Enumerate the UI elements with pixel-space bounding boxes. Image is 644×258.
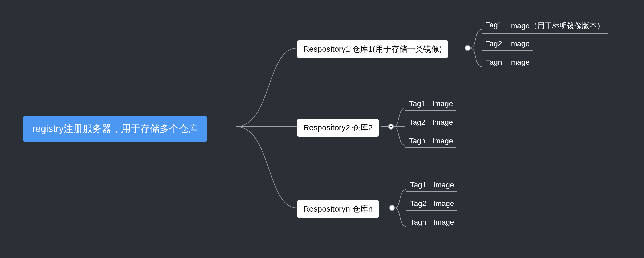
collapse-toggle-repo2[interactable]: – xyxy=(388,124,394,130)
tag-leaf[interactable]: Tag1 Image（用于标明镜像版本） xyxy=(482,21,608,34)
root-node[interactable]: registry注册服务器，用于存储多个仓库 xyxy=(23,116,207,142)
repository-node-2[interactable]: Respository2 仓库2 xyxy=(297,119,379,137)
tag-name: Tag1 xyxy=(410,181,426,189)
tag-image: Image xyxy=(432,137,453,145)
tag-name: Tagn xyxy=(409,137,425,145)
tag-image: Image xyxy=(433,218,454,227)
repository-node-1[interactable]: Respository1 仓库1(用于存储一类镜像) xyxy=(297,40,448,58)
tag-leaf[interactable]: Tag1 Image xyxy=(406,181,457,192)
tag-image: Image xyxy=(433,199,454,208)
repository-label: Respositoryn 仓库n xyxy=(303,204,373,215)
root-label: registry注册服务器，用于存储多个仓库 xyxy=(32,122,198,135)
tag-name: Tag1 xyxy=(486,21,502,31)
mindmap-canvas: registry注册服务器，用于存储多个仓库 Respository1 仓库1(… xyxy=(0,0,644,258)
tag-image: Image xyxy=(433,181,454,189)
collapse-toggle-repo1[interactable]: – xyxy=(465,45,471,51)
tag-leaf[interactable]: Tagn Image xyxy=(482,58,533,69)
tag-name: Tag2 xyxy=(410,199,426,208)
tag-leaf[interactable]: Tag2 Image xyxy=(482,39,533,51)
tag-image: Image xyxy=(509,58,530,67)
tag-leaf[interactable]: Tagn Image xyxy=(405,137,456,148)
tag-image: Image xyxy=(432,118,453,127)
tag-name: Tagn xyxy=(486,58,502,67)
collapse-toggle-repon[interactable]: – xyxy=(389,205,395,211)
tag-name: Tag2 xyxy=(409,118,425,127)
tag-leaf[interactable]: Tagn Image xyxy=(406,218,457,229)
tag-name: Tagn xyxy=(410,218,426,227)
repository-label: Respository1 仓库1(用于存储一类镜像) xyxy=(303,44,442,55)
repository-label: Respository2 仓库2 xyxy=(303,122,373,133)
tag-leaf[interactable]: Tag2 Image xyxy=(406,199,457,211)
tag-image: Image（用于标明镜像版本） xyxy=(509,21,604,31)
tag-name: Tag2 xyxy=(486,39,502,48)
repository-node-n[interactable]: Respositoryn 仓库n xyxy=(297,200,379,218)
tag-leaf[interactable]: Tag2 Image xyxy=(405,118,456,129)
tag-name: Tag1 xyxy=(409,99,425,108)
tag-leaf[interactable]: Tag1 Image xyxy=(405,99,456,111)
tag-image: Image xyxy=(432,99,453,108)
tag-image: Image xyxy=(509,39,530,48)
